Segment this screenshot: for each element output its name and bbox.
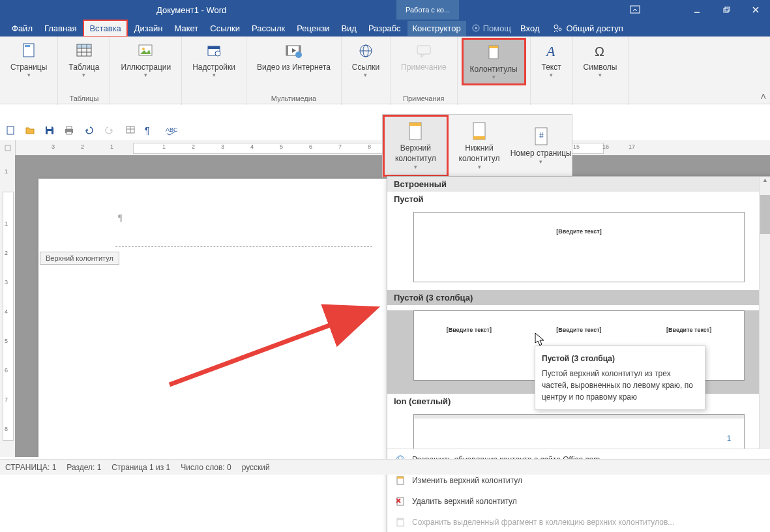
status-section[interactable]: Раздел: 1 [67, 463, 101, 472]
svg-text:¶: ¶ [145, 125, 150, 136]
gallery-item-ionlight[interactable]: 1 [413, 414, 745, 449]
restore-button[interactable] [711, 0, 741, 20]
menu-mailings[interactable]: Рассылк [246, 21, 290, 36]
menu-insert[interactable]: Вставка [83, 20, 127, 37]
comment-button: Примечание [394, 38, 452, 74]
svg-text:Ω: Ω [595, 44, 604, 59]
svg-point-22 [215, 51, 220, 56]
table-draw-icon[interactable] [125, 125, 136, 136]
svg-text:A: A [545, 43, 555, 59]
gallery-item-empty[interactable]: [Введите текст] [413, 212, 745, 282]
header-region-tag: Верхний колонтитул [40, 252, 119, 265]
spelling-icon[interactable]: ABC [166, 125, 179, 136]
svg-text:#: # [539, 131, 544, 140]
svg-rect-46 [5, 145, 10, 151]
minimize-button[interactable] [682, 0, 711, 20]
ruler-corner[interactable] [0, 140, 16, 156]
svg-rect-50 [473, 136, 485, 140]
svg-rect-32 [489, 46, 498, 48]
group-multimedia-label: Мультимедиа [271, 95, 316, 105]
gallery-group-builtin: Встроенный [387, 177, 770, 192]
svg-rect-2 [724, 8, 728, 12]
svg-point-19 [142, 48, 145, 50]
menu-developer[interactable]: Разрабс [363, 21, 406, 36]
svg-rect-3 [725, 7, 730, 11]
tooltip: Пустой (3 столбца) Пустой верхний колонт… [535, 346, 705, 410]
illustrations-button[interactable]: Иллюстрации▾ [114, 38, 177, 81]
menu-login[interactable]: Вход [515, 21, 544, 36]
links-button[interactable]: Ссылки▾ [346, 38, 386, 81]
header-footer-button[interactable]: Колонтитулы▾ [462, 38, 526, 85]
menu-review[interactable]: Рецензи [291, 21, 334, 36]
group-tables-label: Таблицы [69, 95, 98, 105]
menu-references[interactable]: Ссылки [205, 21, 245, 36]
svg-rect-56 [397, 477, 404, 479]
gallery-scrollbar[interactable]: ▲ [759, 177, 770, 449]
status-language[interactable]: русский [242, 463, 270, 472]
svg-rect-37 [48, 131, 52, 134]
svg-point-26 [295, 52, 302, 58]
svg-point-9 [559, 28, 561, 31]
redo-icon [104, 125, 116, 136]
footer-dropdown-button[interactable]: Нижний колонтитул ▾ [449, 115, 511, 177]
gallery-item-empty3-label: Пустой (3 столбца) [387, 290, 770, 305]
title-bar: Документ1 - Word Работа с ко... [0, 0, 770, 20]
open-file-icon[interactable] [25, 125, 35, 136]
ribbon-display-options[interactable] [620, 0, 649, 20]
vertical-ruler[interactable]: 1 1 2 3 4 5 6 7 8 [0, 155, 16, 457]
share-button[interactable]: Общий доступ [552, 23, 623, 33]
menu-bar: Файл Главная Вставка Дизайн Макет Ссылки… [0, 20, 770, 37]
contextual-tab-label: Работа с ко... [396, 0, 459, 20]
svg-rect-35 [7, 126, 14, 134]
menu-file[interactable]: Файл [7, 21, 38, 36]
svg-rect-11 [25, 45, 30, 47]
menu-view[interactable]: Вид [336, 21, 362, 36]
page[interactable]: ¶ Верхний колонтитул [38, 179, 391, 457]
quick-print-icon[interactable] [64, 125, 74, 136]
table-button[interactable]: Таблица▾ [62, 38, 106, 81]
paragraph-mark: ¶ [118, 213, 123, 224]
header-dropdown-button[interactable]: Верхний колонтитул ▾ [383, 115, 449, 177]
menu-layout[interactable]: Макет [169, 21, 203, 36]
online-video-button[interactable]: Видео из Интернета [250, 38, 337, 74]
pages-button[interactable]: Страницы▾ [4, 38, 53, 81]
gallery-remove-header[interactable]: Удалить верхний колонтитул [387, 491, 770, 512]
menu-home[interactable]: Главная [39, 21, 81, 36]
page-number-dropdown-button[interactable]: #Номер страницы ▾ [510, 115, 572, 177]
tell-me[interactable]: Помощ [471, 23, 511, 33]
gallery-item-empty-label: Пустой [387, 192, 770, 207]
status-page-of[interactable]: Страница 1 из 1 [111, 463, 170, 472]
document-title: Документ1 - Word [156, 5, 226, 15]
status-bar: СТРАНИЦА: 1 Раздел: 1 Страница 1 из 1 Чи… [0, 459, 770, 475]
svg-rect-24 [286, 46, 288, 55]
header-editing-zone[interactable]: ¶ Верхний колонтитул [115, 213, 372, 247]
quick-access-toolbar: ¶ ABC [0, 121, 179, 140]
group-comments-label: Примечания [403, 95, 445, 105]
undo-icon[interactable] [83, 125, 95, 136]
menu-constructor[interactable]: Конструктор [407, 21, 466, 36]
paragraph-icon[interactable]: ¶ [145, 125, 156, 136]
header-footer-dropdown-panel: Верхний колонтитул ▾ Нижний колонтитул ▾… [382, 114, 572, 177]
gallery-save-selection: Сохранить выделенный фрагмент в коллекци… [387, 512, 770, 532]
new-file-icon[interactable] [5, 125, 16, 136]
status-page[interactable]: СТРАНИЦА: 1 [5, 463, 56, 472]
svg-point-7 [475, 27, 477, 29]
addins-button[interactable]: Надстройки▾ [186, 38, 242, 81]
close-button[interactable] [741, 0, 770, 20]
collapse-ribbon-icon[interactable]: ᐱ [761, 93, 766, 101]
svg-text:ABC: ABC [166, 126, 178, 133]
svg-rect-21 [208, 46, 220, 49]
svg-point-8 [554, 25, 558, 29]
svg-rect-36 [47, 126, 52, 129]
symbols-button[interactable]: ΩСимволы▾ [577, 38, 624, 81]
svg-rect-17 [77, 44, 91, 48]
status-word-count[interactable]: Число слов: 0 [181, 463, 231, 472]
ribbon: Страницы▾ Таблица▾Таблицы Иллюстрации▾ Н… [0, 37, 770, 104]
svg-rect-30 [417, 46, 430, 54]
save-icon[interactable] [44, 125, 55, 136]
svg-rect-48 [409, 123, 421, 126]
menu-design[interactable]: Дизайн [129, 21, 168, 36]
svg-rect-39 [67, 126, 72, 129]
svg-rect-61 [397, 518, 404, 520]
text-button[interactable]: AТекст▾ [535, 38, 569, 81]
